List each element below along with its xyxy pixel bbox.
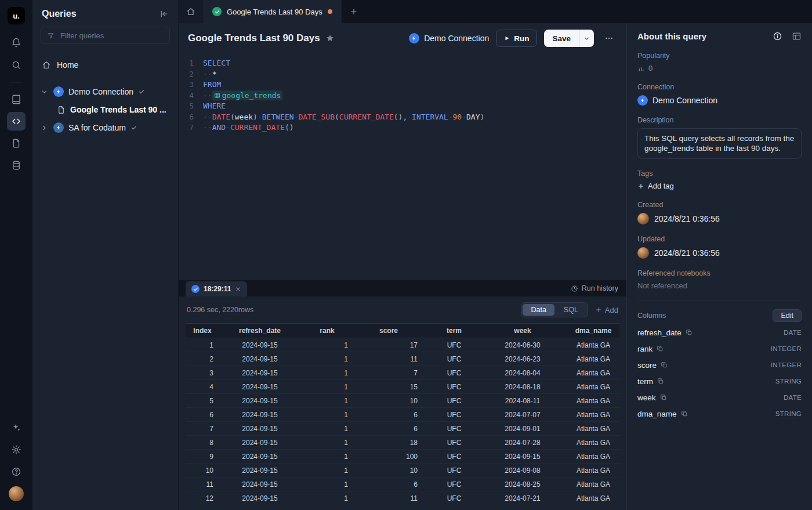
toggle-data-view[interactable]: Data	[523, 304, 554, 316]
table-cell[interactable]: 1	[300, 425, 354, 433]
table-cell[interactable]: UFC	[423, 466, 485, 475]
search-icon[interactable]	[7, 56, 26, 74]
table-cell[interactable]: 6	[186, 411, 219, 419]
sparkles-icon[interactable]	[7, 418, 26, 437]
table-cell[interactable]: UFC	[423, 439, 485, 447]
table-cell[interactable]: 10	[354, 397, 423, 405]
about-connection-row[interactable]: Demo Connection	[637, 95, 802, 106]
copy-icon[interactable]	[660, 394, 667, 401]
table-cell[interactable]: 2024-09-15	[219, 466, 300, 475]
table-cell[interactable]: Atlanta GA	[560, 494, 626, 502]
sidebar-item-query-google-trends[interactable]: Google Trends Last 90 ...	[32, 101, 178, 118]
book-icon[interactable]	[7, 90, 26, 108]
table-cell[interactable]: 2024-09-15	[219, 494, 300, 502]
app-logo[interactable]: u.	[8, 7, 25, 24]
schema-column-row[interactable]: refresh_dateDATE	[637, 324, 802, 341]
table-cell[interactable]: 2024-09-15	[219, 439, 300, 447]
table-cell[interactable]: UFC	[423, 369, 485, 377]
table-row[interactable]: 62024-09-1516UFC2024-07-07Atlanta GA	[186, 408, 619, 422]
table-cell[interactable]: 5	[186, 397, 219, 405]
bell-icon[interactable]	[7, 34, 26, 52]
table-row[interactable]: 122024-09-15111UFC2024-07-21Atlanta GA	[186, 491, 619, 505]
table-cell[interactable]: UFC	[423, 494, 485, 502]
table-cell[interactable]: 2024-09-15	[219, 383, 300, 391]
table-cell[interactable]: 1	[300, 494, 354, 502]
code-icon[interactable]	[7, 112, 26, 131]
table-row[interactable]: 72024-09-1516UFC2024-09-01Atlanta GA	[186, 422, 619, 436]
table-cell[interactable]: Atlanta GA	[560, 480, 626, 489]
table-cell[interactable]: 2024-09-15	[219, 411, 300, 419]
table-cell[interactable]: 2024-07-07	[485, 411, 560, 419]
column-header[interactable]: term	[423, 327, 485, 335]
table-cell[interactable]: 10	[186, 466, 219, 475]
table-cell[interactable]: 1	[300, 397, 354, 405]
copy-icon[interactable]	[661, 361, 668, 368]
home-tab[interactable]	[179, 0, 203, 23]
table-cell[interactable]: 2024-07-28	[485, 439, 560, 447]
save-button[interactable]: Save	[544, 30, 579, 47]
table-cell[interactable]: 2024-09-08	[485, 466, 560, 475]
add-tag-button[interactable]: Add tag	[637, 182, 802, 190]
table-cell[interactable]: UFC	[423, 411, 485, 419]
table-cell[interactable]: 18	[354, 439, 423, 447]
editor-line[interactable]: 7··AND·CURRENT_DATE()	[179, 122, 626, 133]
column-header[interactable]: Index	[186, 327, 219, 335]
table-cell[interactable]: 2024-09-01	[485, 425, 560, 433]
table-cell[interactable]: 1	[300, 341, 354, 349]
table-cell[interactable]: UFC	[423, 480, 485, 489]
table-row[interactable]: 12024-09-15117UFC2024-06-30Atlanta GA	[186, 338, 619, 352]
table-cell[interactable]: 7	[186, 425, 219, 433]
editor-line[interactable]: 1SELECT	[179, 58, 626, 69]
table-cell[interactable]: 9	[186, 453, 219, 461]
table-row[interactable]: 112024-09-1516UFC2024-08-25Atlanta GA	[186, 478, 619, 491]
collapse-sidebar-icon[interactable]	[160, 9, 169, 19]
table-row[interactable]: 52024-09-15110UFC2024-08-11Atlanta GA	[186, 394, 619, 408]
table-cell[interactable]: 1	[300, 355, 354, 363]
table-cell[interactable]: Atlanta GA	[560, 425, 626, 433]
chevron-right-icon[interactable]	[41, 124, 49, 132]
table-cell[interactable]: UFC	[423, 425, 485, 433]
table-cell[interactable]: Atlanta GA	[560, 355, 626, 363]
table-cell[interactable]: Atlanta GA	[560, 439, 626, 447]
filter-queries-input[interactable]	[59, 31, 164, 41]
editor-line[interactable]: 3FROM	[179, 79, 626, 91]
toggle-sql-view[interactable]: SQL	[556, 304, 586, 316]
save-options-button[interactable]	[579, 30, 594, 47]
schema-column-row[interactable]: dma_nameSTRING	[637, 406, 802, 422]
table-cell[interactable]: 2024-09-15	[485, 453, 560, 461]
table-cell[interactable]: 2024-07-21	[485, 494, 560, 502]
table-cell[interactable]: 2024-06-30	[485, 341, 560, 349]
new-tab-button[interactable]	[342, 0, 366, 23]
table-cell[interactable]: 1	[300, 411, 354, 419]
run-history-button[interactable]: Run history	[571, 280, 618, 296]
table-cell[interactable]: 4	[186, 383, 219, 391]
table-cell[interactable]: UFC	[423, 383, 485, 391]
table-cell[interactable]: 2024-09-15	[219, 397, 300, 405]
database-icon[interactable]	[7, 156, 26, 175]
sql-editor[interactable]: 1SELECT2··*3FROM4··google_trends5WHERE6·…	[179, 53, 626, 280]
copy-icon[interactable]	[681, 410, 688, 417]
table-cell[interactable]: 10	[354, 466, 423, 475]
table-cell[interactable]: 2024-08-25	[485, 480, 560, 489]
table-row[interactable]: 102024-09-15110UFC2024-09-08Atlanta GA	[186, 464, 619, 478]
table-cell[interactable]: 2024-08-04	[485, 369, 560, 377]
table-cell[interactable]: 6	[354, 480, 423, 489]
table-row[interactable]: 22024-09-15111UFC2024-06-23Atlanta GA	[186, 352, 619, 366]
table-cell[interactable]: UFC	[423, 341, 485, 349]
more-options-button[interactable]	[601, 34, 617, 43]
table-row[interactable]: 82024-09-15118UFC2024-07-28Atlanta GA	[186, 436, 619, 450]
tab-google-trends[interactable]: Google Trends Last 90 Days	[203, 0, 342, 23]
column-header[interactable]: dma_name	[560, 327, 626, 335]
table-cell[interactable]: 1	[186, 341, 219, 349]
editor-line[interactable]: 2··*	[179, 69, 626, 80]
copy-icon[interactable]	[686, 329, 693, 336]
table-row[interactable]: 92024-09-151100UFC2024-09-15Atlanta GA	[186, 450, 619, 464]
table-cell[interactable]: 11	[354, 355, 423, 363]
schema-column-row[interactable]: weekDATE	[637, 389, 802, 406]
table-cell[interactable]: Atlanta GA	[560, 466, 626, 475]
column-header[interactable]: rank	[300, 327, 354, 335]
editor-line[interactable]: 6··DATE(week)·BETWEEN·DATE_SUB(CURRENT_D…	[179, 112, 626, 123]
table-cell[interactable]: Atlanta GA	[560, 369, 626, 377]
table-cell[interactable]: Atlanta GA	[560, 453, 626, 461]
sidebar-item-sa-for-codatum[interactable]: SA for Codatum	[32, 118, 178, 137]
